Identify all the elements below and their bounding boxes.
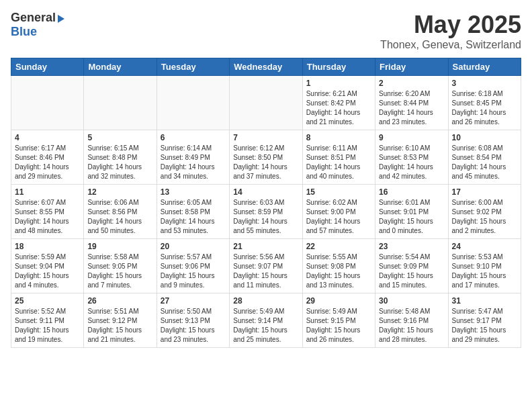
column-header-monday: Monday	[84, 58, 157, 76]
calendar-cell: 31Sunrise: 5:47 AM Sunset: 9:17 PM Dayli…	[448, 293, 521, 348]
day-info: Sunrise: 6:18 AM Sunset: 8:45 PM Dayligh…	[452, 89, 517, 127]
day-number: 20	[161, 242, 226, 251]
day-number: 16	[379, 187, 444, 197]
calendar-cell: 18Sunrise: 5:59 AM Sunset: 9:04 PM Dayli…	[11, 239, 84, 293]
calendar-week-row: 4Sunrise: 6:17 AM Sunset: 8:46 PM Daylig…	[11, 130, 521, 185]
day-number: 31	[452, 296, 517, 306]
day-number: 10	[452, 133, 517, 142]
calendar-cell: 7Sunrise: 6:12 AM Sunset: 8:50 PM Daylig…	[230, 130, 302, 185]
day-number: 23	[379, 242, 444, 251]
calendar-cell: 15Sunrise: 6:02 AM Sunset: 9:00 PM Dayli…	[302, 185, 375, 239]
calendar-week-row: 18Sunrise: 5:59 AM Sunset: 9:04 PM Dayli…	[11, 239, 521, 293]
day-number: 15	[306, 187, 371, 197]
calendar-cell: 28Sunrise: 5:49 AM Sunset: 9:14 PM Dayli…	[230, 293, 302, 348]
logo-blue-text: Blue	[11, 25, 37, 38]
day-info: Sunrise: 5:49 AM Sunset: 9:14 PM Dayligh…	[233, 307, 298, 345]
day-info: Sunrise: 5:48 AM Sunset: 9:16 PM Dayligh…	[379, 307, 444, 345]
day-info: Sunrise: 5:56 AM Sunset: 9:07 PM Dayligh…	[233, 253, 298, 290]
day-info: Sunrise: 6:07 AM Sunset: 8:55 PM Dayligh…	[15, 198, 80, 236]
calendar-cell: 14Sunrise: 6:03 AM Sunset: 8:59 PM Dayli…	[230, 185, 302, 239]
day-info: Sunrise: 6:05 AM Sunset: 8:58 PM Dayligh…	[161, 198, 226, 236]
day-number: 22	[306, 242, 371, 251]
day-number: 1	[306, 79, 371, 88]
calendar-cell: 30Sunrise: 5:48 AM Sunset: 9:16 PM Dayli…	[375, 293, 448, 348]
day-number: 13	[161, 187, 226, 197]
day-number: 24	[452, 242, 517, 251]
calendar-week-row: 11Sunrise: 6:07 AM Sunset: 8:55 PM Dayli…	[11, 185, 521, 239]
day-info: Sunrise: 6:15 AM Sunset: 8:48 PM Dayligh…	[87, 144, 152, 181]
day-number: 17	[452, 187, 517, 197]
calendar-cell: 8Sunrise: 6:11 AM Sunset: 8:51 PM Daylig…	[302, 130, 375, 185]
day-info: Sunrise: 6:12 AM Sunset: 8:50 PM Dayligh…	[233, 144, 298, 181]
day-info: Sunrise: 5:50 AM Sunset: 9:13 PM Dayligh…	[161, 307, 226, 345]
day-number: 11	[15, 187, 80, 197]
day-number: 19	[87, 242, 152, 251]
day-info: Sunrise: 5:54 AM Sunset: 9:09 PM Dayligh…	[379, 253, 444, 290]
calendar-cell	[157, 76, 229, 130]
calendar-cell	[230, 76, 302, 130]
day-number: 7	[233, 133, 298, 142]
day-info: Sunrise: 5:47 AM Sunset: 9:17 PM Dayligh…	[452, 307, 517, 345]
calendar-title: May 2025	[380, 11, 521, 39]
day-info: Sunrise: 6:14 AM Sunset: 8:49 PM Dayligh…	[161, 144, 226, 181]
calendar-week-row: 25Sunrise: 5:52 AM Sunset: 9:11 PM Dayli…	[11, 293, 521, 348]
day-number: 6	[161, 133, 226, 142]
day-info: Sunrise: 6:03 AM Sunset: 8:59 PM Dayligh…	[233, 198, 298, 236]
day-info: Sunrise: 6:06 AM Sunset: 8:56 PM Dayligh…	[87, 198, 152, 236]
title-block: May 2025 Thonex, Geneva, Switzerland	[380, 11, 521, 51]
day-number: 26	[87, 296, 152, 306]
day-number: 4	[15, 133, 80, 142]
column-header-tuesday: Tuesday	[157, 58, 229, 76]
calendar-cell: 1Sunrise: 6:21 AM Sunset: 8:42 PM Daylig…	[302, 76, 375, 130]
calendar-cell: 12Sunrise: 6:06 AM Sunset: 8:56 PM Dayli…	[84, 185, 157, 239]
day-number: 14	[233, 187, 298, 197]
day-number: 30	[379, 296, 444, 306]
calendar-cell: 27Sunrise: 5:50 AM Sunset: 9:13 PM Dayli…	[157, 293, 229, 348]
day-number: 9	[379, 133, 444, 142]
calendar-cell: 19Sunrise: 5:58 AM Sunset: 9:05 PM Dayli…	[84, 239, 157, 293]
calendar-table: SundayMondayTuesdayWednesdayThursdayFrid…	[11, 58, 521, 348]
calendar-cell: 9Sunrise: 6:10 AM Sunset: 8:53 PM Daylig…	[375, 130, 448, 185]
day-info: Sunrise: 6:01 AM Sunset: 9:01 PM Dayligh…	[379, 198, 444, 236]
column-header-thursday: Thursday	[302, 58, 375, 76]
calendar-cell	[11, 76, 84, 130]
day-number: 18	[15, 242, 80, 251]
column-header-wednesday: Wednesday	[230, 58, 302, 76]
calendar-cell: 16Sunrise: 6:01 AM Sunset: 9:01 PM Dayli…	[375, 185, 448, 239]
day-info: Sunrise: 6:00 AM Sunset: 9:02 PM Dayligh…	[452, 198, 517, 236]
calendar-cell: 21Sunrise: 5:56 AM Sunset: 9:07 PM Dayli…	[230, 239, 302, 293]
calendar-cell: 6Sunrise: 6:14 AM Sunset: 8:49 PM Daylig…	[157, 130, 229, 185]
calendar-cell: 2Sunrise: 6:20 AM Sunset: 8:44 PM Daylig…	[375, 76, 448, 130]
calendar-cell: 26Sunrise: 5:51 AM Sunset: 9:12 PM Dayli…	[84, 293, 157, 348]
day-info: Sunrise: 5:49 AM Sunset: 9:15 PM Dayligh…	[306, 307, 371, 345]
calendar-cell: 23Sunrise: 5:54 AM Sunset: 9:09 PM Dayli…	[375, 239, 448, 293]
day-info: Sunrise: 5:52 AM Sunset: 9:11 PM Dayligh…	[15, 307, 80, 345]
day-number: 2	[379, 79, 444, 88]
column-header-friday: Friday	[375, 58, 448, 76]
page-header: General Blue May 2025 Thonex, Geneva, Sw…	[11, 11, 521, 51]
logo-triangle-icon	[58, 15, 64, 23]
day-info: Sunrise: 5:57 AM Sunset: 9:06 PM Dayligh…	[161, 253, 226, 290]
calendar-cell: 4Sunrise: 6:17 AM Sunset: 8:46 PM Daylig…	[11, 130, 84, 185]
day-number: 25	[15, 296, 80, 306]
day-info: Sunrise: 5:55 AM Sunset: 9:08 PM Dayligh…	[306, 253, 371, 290]
logo-general-text: General	[11, 11, 56, 25]
day-info: Sunrise: 6:20 AM Sunset: 8:44 PM Dayligh…	[379, 89, 444, 127]
day-info: Sunrise: 5:53 AM Sunset: 9:10 PM Dayligh…	[452, 253, 517, 290]
day-number: 29	[306, 296, 371, 306]
calendar-cell	[84, 76, 157, 130]
day-info: Sunrise: 6:08 AM Sunset: 8:54 PM Dayligh…	[452, 144, 517, 181]
calendar-cell: 20Sunrise: 5:57 AM Sunset: 9:06 PM Dayli…	[157, 239, 229, 293]
calendar-cell: 25Sunrise: 5:52 AM Sunset: 9:11 PM Dayli…	[11, 293, 84, 348]
day-number: 8	[306, 133, 371, 142]
day-info: Sunrise: 6:02 AM Sunset: 9:00 PM Dayligh…	[306, 198, 371, 236]
day-info: Sunrise: 5:58 AM Sunset: 9:05 PM Dayligh…	[87, 253, 152, 290]
day-info: Sunrise: 6:11 AM Sunset: 8:51 PM Dayligh…	[306, 144, 371, 181]
day-number: 21	[233, 242, 298, 251]
calendar-week-row: 1Sunrise: 6:21 AM Sunset: 8:42 PM Daylig…	[11, 76, 521, 130]
calendar-cell: 22Sunrise: 5:55 AM Sunset: 9:08 PM Dayli…	[302, 239, 375, 293]
column-header-sunday: Sunday	[11, 58, 84, 76]
logo: General Blue	[11, 11, 64, 39]
calendar-cell: 5Sunrise: 6:15 AM Sunset: 8:48 PM Daylig…	[84, 130, 157, 185]
calendar-cell: 11Sunrise: 6:07 AM Sunset: 8:55 PM Dayli…	[11, 185, 84, 239]
